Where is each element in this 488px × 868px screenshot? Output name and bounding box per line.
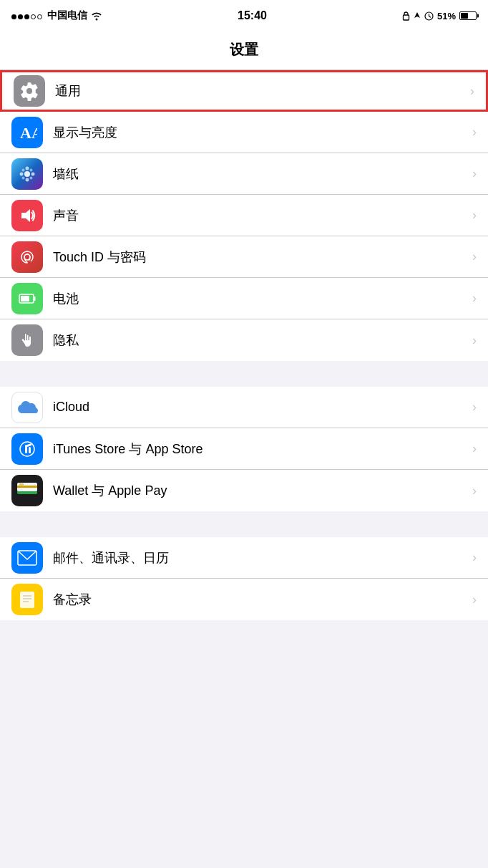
battery-settings-svg bbox=[17, 289, 37, 309]
section-separator-2 bbox=[0, 511, 488, 537]
icloud-chevron: › bbox=[472, 400, 477, 415]
wallpaper-svg bbox=[18, 165, 36, 183]
itunes-svg bbox=[17, 439, 37, 459]
mail-label: 邮件、通讯录、日历 bbox=[53, 549, 467, 566]
status-time: 15:40 bbox=[238, 9, 267, 22]
settings-group-3: 邮件、通讯录、日历 › 备忘录 › bbox=[0, 537, 488, 620]
display-label: 显示与亮度 bbox=[53, 124, 467, 141]
mail-chevron: › bbox=[472, 550, 477, 565]
status-right: 51% bbox=[402, 11, 477, 21]
svg-marker-12 bbox=[21, 209, 30, 222]
general-icon bbox=[14, 75, 45, 107]
battery-chevron: › bbox=[472, 291, 477, 306]
settings-item-itunes[interactable]: iTunes Store 与 App Store › bbox=[0, 428, 488, 470]
settings-item-wallpaper[interactable]: 墙纸 › bbox=[0, 153, 488, 195]
privacy-label: 隐私 bbox=[53, 332, 467, 349]
general-label: 通用 bbox=[55, 82, 464, 100]
settings-item-sound[interactable]: 声音 › bbox=[0, 195, 488, 236]
page-title-bar: 设置 bbox=[0, 32, 488, 70]
wallet-chevron: › bbox=[472, 483, 477, 498]
itunes-icon bbox=[11, 433, 43, 465]
svg-text:AA: AA bbox=[20, 124, 37, 142]
settings-section: 通用 › AA 显示与亮度 › bbox=[0, 70, 488, 620]
sound-icon bbox=[11, 200, 43, 231]
notes-svg bbox=[18, 590, 36, 609]
settings-item-notes[interactable]: 备忘录 › bbox=[0, 579, 488, 620]
svg-point-8 bbox=[22, 168, 25, 171]
settings-group-2: iCloud › iTunes Store 与 App Store › bbox=[0, 387, 488, 511]
svg-rect-24 bbox=[19, 483, 24, 486]
touchid-svg bbox=[18, 248, 36, 266]
wallet-icon bbox=[11, 475, 43, 506]
notes-label: 备忘录 bbox=[53, 591, 467, 608]
settings-item-touchid[interactable]: Touch ID 与密码 › bbox=[0, 236, 488, 278]
icloud-svg bbox=[15, 399, 39, 416]
svg-point-10 bbox=[22, 176, 25, 179]
privacy-chevron: › bbox=[472, 333, 477, 348]
svg-point-7 bbox=[31, 172, 35, 175]
touchid-icon bbox=[11, 241, 43, 273]
page-title: 设置 bbox=[0, 40, 488, 59]
wallpaper-label: 墙纸 bbox=[53, 165, 467, 183]
settings-item-battery[interactable]: 电池 › bbox=[0, 278, 488, 319]
settings-item-mail[interactable]: 邮件、通讯录、日历 › bbox=[0, 537, 488, 579]
settings-item-wallet[interactable]: Wallet 与 Apple Pay › bbox=[0, 470, 488, 511]
sound-label: 声音 bbox=[53, 207, 467, 224]
sound-svg bbox=[18, 206, 36, 225]
svg-point-6 bbox=[20, 172, 24, 175]
settings-item-general[interactable]: 通用 › bbox=[0, 70, 488, 112]
location-icon bbox=[414, 11, 421, 21]
section-separator-1 bbox=[0, 361, 488, 387]
signal-dots bbox=[11, 10, 44, 21]
carrier-label: 中国电信 bbox=[47, 9, 87, 22]
svg-point-11 bbox=[30, 176, 33, 179]
itunes-chevron: › bbox=[472, 441, 477, 456]
svg-rect-26 bbox=[20, 592, 34, 608]
wallpaper-icon bbox=[11, 158, 43, 190]
wallet-label: Wallet 与 Apple Pay bbox=[53, 482, 467, 499]
settings-item-display[interactable]: AA 显示与亮度 › bbox=[0, 112, 488, 153]
svg-rect-19 bbox=[29, 447, 31, 453]
svg-point-3 bbox=[24, 171, 30, 177]
settings-item-icloud[interactable]: iCloud › bbox=[0, 387, 488, 428]
lock-icon bbox=[402, 11, 410, 21]
icloud-icon bbox=[11, 392, 43, 423]
privacy-svg bbox=[18, 331, 36, 349]
sound-chevron: › bbox=[472, 208, 477, 223]
svg-rect-0 bbox=[403, 15, 409, 20]
wallpaper-chevron: › bbox=[472, 166, 477, 181]
notes-chevron: › bbox=[472, 592, 477, 607]
general-chevron: › bbox=[470, 84, 474, 99]
touchid-chevron: › bbox=[472, 249, 477, 264]
gear-svg bbox=[19, 81, 39, 101]
wifi-icon bbox=[91, 11, 102, 21]
svg-rect-16 bbox=[34, 296, 36, 301]
svg-point-9 bbox=[30, 168, 33, 171]
battery-settings-icon bbox=[11, 283, 43, 314]
clock-icon bbox=[424, 11, 434, 21]
battery-label: 电池 bbox=[53, 290, 467, 307]
status-left: 中国电信 bbox=[11, 9, 102, 22]
display-chevron: › bbox=[472, 125, 477, 140]
itunes-label: iTunes Store 与 App Store bbox=[53, 440, 467, 458]
display-icon: AA bbox=[11, 117, 43, 148]
status-bar: 中国电信 15:40 51% bbox=[0, 0, 488, 32]
mail-svg bbox=[17, 550, 37, 566]
svg-point-5 bbox=[26, 178, 29, 181]
notes-icon bbox=[11, 584, 43, 615]
privacy-icon bbox=[11, 324, 43, 356]
display-svg: AA bbox=[17, 122, 37, 143]
touchid-label: Touch ID 与密码 bbox=[53, 249, 467, 266]
settings-group-1: 通用 › AA 显示与亮度 › bbox=[0, 70, 488, 361]
icloud-label: iCloud bbox=[53, 400, 467, 415]
battery-percent: 51% bbox=[437, 11, 456, 21]
settings-item-privacy[interactable]: 隐私 › bbox=[0, 319, 488, 361]
svg-rect-15 bbox=[21, 296, 29, 302]
wallet-svg bbox=[16, 482, 39, 499]
mail-icon bbox=[11, 542, 43, 574]
svg-point-4 bbox=[26, 166, 29, 170]
battery-icon bbox=[459, 11, 477, 20]
